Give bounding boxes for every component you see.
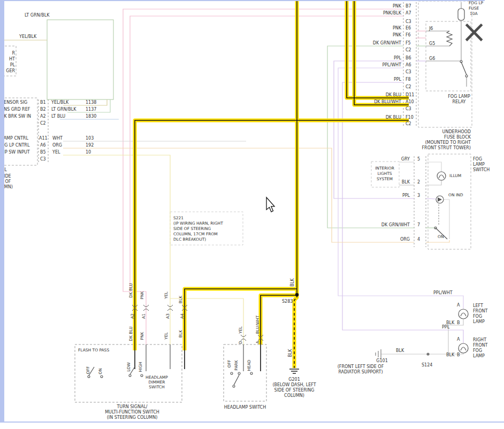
diagram-label: A10 (406, 99, 414, 104)
diagram-label: B2 (40, 107, 46, 112)
wiring-diagram: PNKB7PNK/BLKA7C3PNKE6PNKF6DK GRN/WHTF5C2… (0, 0, 504, 429)
diagram-label: C2 (406, 48, 411, 52)
switch-contact (129, 374, 131, 377)
diagram-label: RELAY (453, 99, 466, 104)
diagram-label: PPL (394, 56, 402, 60)
diagram-label: A (457, 337, 460, 342)
switch-contact (233, 385, 235, 387)
switch-contact (141, 374, 143, 377)
diagram-label: RIGHT (473, 338, 486, 342)
close-button[interactable]: × (461, 16, 487, 47)
diagram-label: PNK (140, 290, 144, 299)
diagram-label: DLC BREAKOUT) (173, 237, 206, 242)
switch-contact (238, 372, 240, 374)
diagram-label: HEAD (247, 359, 251, 371)
diagram-label: B7 (406, 4, 411, 9)
diagram-label: FOG (473, 314, 482, 319)
diagram-label: ILLUM (449, 173, 461, 178)
switch-blade (234, 375, 239, 385)
diagram-label: B6 (406, 56, 411, 60)
diagram-label: G101 (376, 358, 387, 363)
diagram-canvas: PNKB7PNK/BLKA7C3PNKE6PNKF6DK GRN/WHTF5C2… (0, 0, 504, 429)
diagram-label: RK BRK SW IN (1, 114, 31, 119)
diagram-label: LOW (126, 362, 131, 372)
diagram-label: LT BLU (51, 114, 65, 119)
diagram-label: BLK (402, 180, 410, 185)
switch-contact (250, 372, 253, 374)
diagram-label: PL (10, 63, 16, 67)
diagram-label: LAMP CNTRL (1, 136, 28, 141)
wire-onind-out (444, 200, 449, 239)
diagram-label: DK BLU (386, 93, 401, 97)
diagram-label: FRONT (473, 309, 487, 313)
diagram-label: BLK (178, 330, 183, 338)
lamp-filament (461, 347, 466, 350)
diagram-label: PNK (393, 4, 402, 9)
diagram-label: FRONT STRUT TOWER) (422, 145, 471, 150)
diagram-label: (IN STEERING COLUMN) (107, 415, 158, 420)
wire-pnkblk-a7 (130, 16, 403, 292)
diagram-label: B5 (40, 150, 46, 155)
diagram-label: S283 (282, 299, 293, 304)
wire-org-4 (426, 240, 449, 242)
diagram-label: 1138 (86, 100, 96, 105)
diagram-label: YEL (164, 291, 169, 299)
diagram-label: A2 (130, 313, 135, 319)
diagram-label: C2 (40, 121, 46, 126)
wire-dkgrnwht-f5 (327, 46, 414, 228)
wire-yelblk-1138 (63, 99, 107, 105)
diagram-label: BLU/WHT (255, 315, 260, 334)
switch-blade (461, 62, 467, 75)
diagram-label: FRONT (473, 343, 487, 348)
diagram-label: TURN SIGNAL/ (116, 404, 147, 409)
diagram-label: FOG LAMP (448, 94, 470, 99)
diagram-label: RADIATOR SUPPORT) (338, 370, 383, 374)
diagram-label: S124 (422, 363, 432, 367)
diagram-label: FOG LP (469, 1, 484, 5)
diagram-label: F10 (406, 115, 414, 120)
diagram-label: (IP WIRING HARN, RIGHT (173, 221, 223, 226)
diagram-label: SIDE OF STEERING (274, 388, 315, 393)
diagram-label: 4 (417, 237, 420, 242)
diagram-label: PARK (234, 359, 239, 370)
diagram-label: A6 (406, 63, 411, 67)
diagram-label: DK GRN/WHT (381, 223, 410, 227)
switch-contact (101, 376, 103, 378)
diagram-label: DK BLU (128, 283, 133, 298)
diagram-label: C3 (406, 19, 411, 24)
diagram-label: YEL (52, 150, 60, 155)
diagram-label: BLK (446, 353, 455, 357)
diagram-label: MP SW INPUT (1, 150, 30, 155)
diagram-label: A2 (40, 114, 46, 119)
diagram-label: BLK (290, 278, 295, 287)
led-arrow (438, 197, 442, 202)
diagram-label: PPL (442, 325, 450, 330)
diagram-label: ORG (52, 143, 62, 148)
diagram-label: B (457, 320, 460, 325)
diagram-label: (MOUNTED TO RIGHT (425, 140, 471, 145)
diagram-label: FUSE (469, 6, 479, 11)
frame-bottom-edge (0, 422, 504, 423)
diagram-label: YEL/BLK (19, 34, 37, 39)
lamp-symbol (437, 172, 446, 180)
diagram-label: C2 (406, 121, 411, 126)
diagram-label: A (457, 303, 460, 308)
wire-yel-10 (63, 155, 170, 344)
splice-dot (295, 293, 299, 296)
diagram-label: G201 (288, 377, 300, 382)
diagram-label: HEADLAMP (146, 375, 168, 380)
turn-signal-switch-box (75, 344, 182, 402)
diagram-label: ON (98, 368, 103, 374)
diagram-label: BLK (288, 349, 293, 357)
diagram-label: A1 (141, 313, 146, 319)
diagram-label: HT (9, 57, 15, 62)
diagram-label: (BELOW DASH, LEFT (272, 382, 316, 387)
diagram-label: ON (438, 234, 444, 239)
diagram-label: G5 (429, 41, 435, 46)
diagram-label: A4 (180, 313, 185, 319)
diagram-label: SENSOR SIG (1, 100, 27, 105)
diagram-label: SWITCH (149, 385, 164, 389)
switch-contact (231, 372, 233, 374)
diagram-label: 1830 (86, 114, 96, 119)
diagram-label: C3 (40, 157, 46, 162)
